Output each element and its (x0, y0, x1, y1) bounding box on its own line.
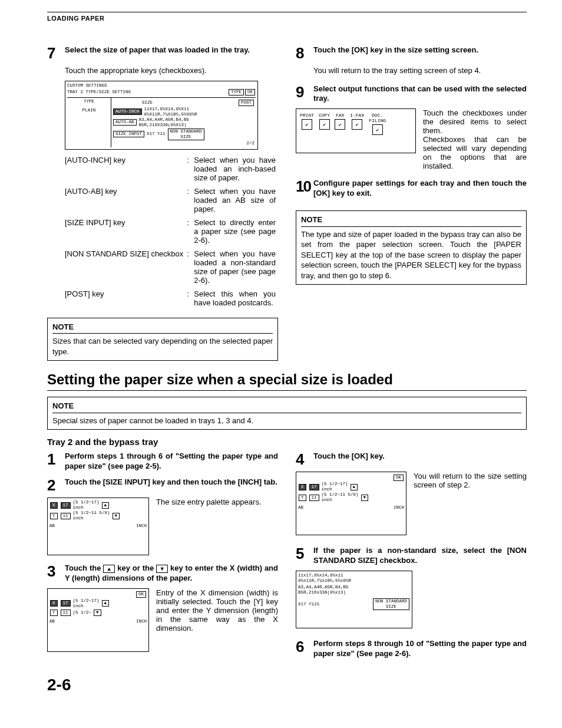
inch-tab[interactable]: INCH (136, 523, 147, 529)
ab-tab[interactable]: AB (49, 523, 55, 529)
panel-sub: TRAY 2 TYPE/SIZE SETTING (67, 90, 131, 95)
y-value: 11 (61, 513, 71, 519)
note-text: Special sizes of paper cannot be loaded … (52, 416, 253, 425)
post-button[interactable]: POST (239, 100, 254, 106)
up-arrow-button[interactable]: ▲ (102, 502, 110, 509)
step10-title: Configure paper settings for each tray a… (313, 179, 527, 199)
y-button[interactable]: Y (50, 610, 58, 616)
cb-label: DOC. FILING (369, 113, 386, 123)
y-value: 11 (309, 495, 319, 501)
note-text: The type and size of paper loaded in the… (301, 230, 521, 280)
def-val: Select when you have loaded an inch-base… (194, 154, 278, 186)
page-number: 2-6 (47, 676, 527, 694)
note-label: NOTE (52, 322, 273, 334)
down-arrow-button[interactable]: ▼ (113, 513, 120, 519)
s2step5-title: If the paper is a non-standard size, sel… (313, 546, 527, 566)
size-input-button[interactable]: SIZE INPUT (113, 131, 144, 137)
docfiling-checkbox[interactable]: ✔ (372, 124, 383, 135)
s2step2-number: 2 (47, 477, 61, 493)
s2step3-number: 3 (47, 564, 61, 579)
note-label: NOTE (301, 215, 521, 227)
non-standard-size-checkbox[interactable]: NON STANDARD SIZE (373, 598, 409, 610)
s2step6-number: 6 (296, 639, 310, 654)
y-button[interactable]: Y (50, 513, 58, 519)
step7-note: NOTE Sizes that can be selected vary dep… (47, 318, 278, 361)
def-val: Select this when you have loaded postcar… (194, 288, 278, 311)
panel-page-indicator: 2/2 (113, 141, 254, 146)
x-button[interactable]: X (299, 484, 306, 490)
y-button[interactable]: Y (299, 495, 306, 501)
up-arrow-button[interactable]: ▲ (102, 600, 110, 607)
step9-title: Select output functions that can be used… (313, 84, 527, 104)
x-value: 17 (61, 600, 71, 607)
step9-body: Touch the checkboxes under the desired i… (423, 108, 527, 170)
type-button[interactable]: TYPE (229, 89, 244, 95)
def-val: Select when you have loaded a non-standa… (194, 248, 278, 288)
def-key: [SIZE INPUT] key (65, 217, 187, 248)
non-standard-panel: 11x17,8½x14,8½x11 8½x11R,7¼x10½,5½x8½R A… (296, 571, 412, 628)
col-type-label: TYPE (68, 99, 110, 104)
s2step4-number: 4 (296, 452, 310, 467)
auto-inch-sizes: 11X17,8½X14,8½X11 8½X11R,7¼X10½,5½X8½R (144, 107, 197, 117)
down-arrow-button[interactable]: ▼ (361, 495, 369, 501)
s2step1-title: Perform steps 1 through 6 of "Setting th… (65, 452, 278, 472)
ifax-checkbox[interactable]: ✔ (352, 119, 362, 130)
ab-tab[interactable]: AB (49, 619, 55, 624)
s2step3-side: Entry of the X dimension (width) is init… (156, 588, 278, 633)
plain-label: PLAIN (68, 108, 110, 113)
x-value: 17 (309, 484, 319, 490)
cb-label: PRINT (300, 113, 314, 118)
up-arrow-icon: ▲ (103, 565, 115, 573)
down-arrow-button[interactable]: ▼ (94, 610, 101, 616)
col-size-label: SIZE (142, 100, 153, 106)
cb-label: COPY (319, 113, 330, 118)
ok-button[interactable]: OK (136, 591, 146, 598)
s2step1-number: 1 (47, 452, 61, 467)
auto-inch-button[interactable]: AUTO-INCH (113, 108, 142, 115)
x-button[interactable]: X (50, 502, 58, 509)
step8-number: 8 (296, 45, 310, 61)
def-key: [POST] key (65, 288, 187, 311)
def-key: [AUTO-AB] key (65, 186, 187, 217)
cb-label: FAX (336, 113, 344, 118)
s2step2-title: Touch the [SIZE INPUT] key and then touc… (65, 477, 277, 487)
x-value: 17 (61, 502, 71, 509)
ok-button[interactable]: OK (245, 89, 255, 95)
ok-button[interactable]: OK (394, 475, 404, 481)
section-heading: Setting the paper size when a special si… (47, 371, 527, 391)
size-entry-panel-3: OK X17(5 1/2~17) inch▲ Y11(5 1/2~ ▼ ABIN… (47, 588, 149, 652)
step7-intro: Touch the appropriate keys (checkboxes). (65, 65, 278, 76)
subsection-heading: Tray 2 and the bypass tray (47, 437, 527, 447)
copy-checkbox[interactable]: ✔ (319, 119, 330, 130)
right-note: NOTE The type and size of paper loaded i… (296, 210, 527, 285)
step8-title: Touch the [OK] key in the size setting s… (313, 45, 478, 55)
fax-checkbox[interactable]: ✔ (335, 119, 345, 130)
non-standard-size-checkbox[interactable]: NON STANDARD SIZE (168, 129, 204, 140)
note-text: Sizes that can be selected vary dependin… (52, 337, 273, 356)
def-key: [NON STANDARD SIZE] checkbox (65, 248, 187, 288)
s2step6-title: Perform steps 8 through 10 of "Setting t… (313, 639, 527, 659)
step10-number: 10 (296, 179, 310, 194)
x-button[interactable]: X (50, 600, 58, 607)
xy-label: X17 Y11½ (298, 602, 319, 607)
size-entry-panel-4: OK X17(5 1/2~17) inch▲ Y11(5 1/2~11 5/8)… (296, 472, 406, 535)
print-checkbox[interactable]: ✔ (302, 119, 312, 130)
inch-tab[interactable]: INCH (136, 619, 147, 624)
key-definitions-table: [AUTO-INCH] key:Select when you have loa… (65, 154, 278, 311)
s2step4-side: You will return to the size setting scre… (414, 472, 527, 489)
step9-number: 9 (296, 84, 310, 100)
step8-body: You will return to the tray setting scre… (313, 65, 527, 76)
size-entry-panel-2: X17(5 1/2~17) inch▲ Y11(5 1/2~11 5/8) in… (47, 498, 149, 555)
s2step2-side: The size entry palette appears. (156, 498, 278, 506)
inch-tab[interactable]: INCH (394, 505, 404, 510)
ab-tab[interactable]: AB (298, 505, 303, 510)
y-value: 11 (61, 610, 71, 616)
xy-label: X17 Y11 (147, 131, 166, 137)
def-val: Select to directly enter a paper size (s… (194, 217, 278, 248)
auto-ab-button[interactable]: AUTO-AB (113, 119, 137, 126)
note-label: NOTE (52, 401, 521, 413)
s2step3-title: Touch the ▲ key or the ▼ key to enter th… (65, 564, 278, 584)
s2step5-number: 5 (296, 546, 310, 561)
up-arrow-button[interactable]: ▲ (351, 484, 358, 490)
section2-note: NOTE Special sizes of paper cannot be lo… (47, 397, 527, 430)
